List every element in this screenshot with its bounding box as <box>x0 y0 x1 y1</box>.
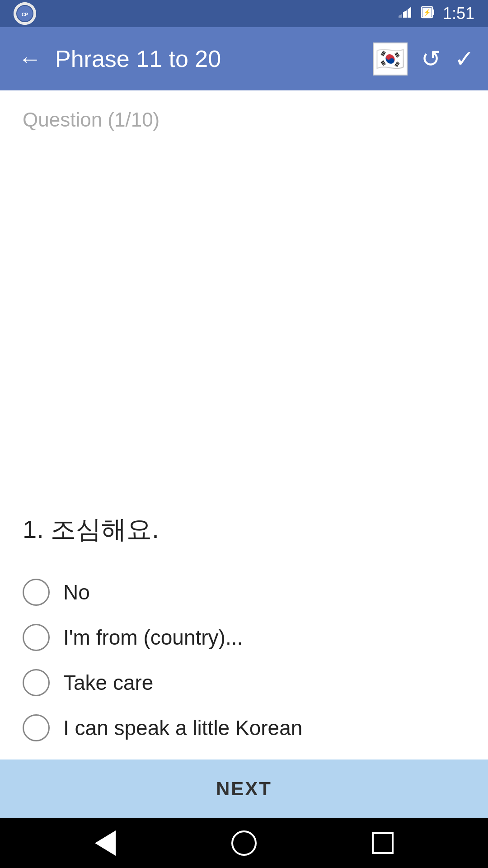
refresh-icon[interactable]: ↺ <box>421 45 441 72</box>
question-label: Question (1/10) <box>23 108 465 131</box>
svg-marker-2 <box>408 7 411 18</box>
time-display: 1:51 <box>443 4 474 23</box>
signal-icon <box>399 5 413 23</box>
option-item-1[interactable]: No <box>23 574 465 610</box>
option-item-3[interactable]: Take care <box>23 665 465 701</box>
phrase-korean: 조심해요. <box>51 515 159 543</box>
svg-rect-6 <box>432 9 434 15</box>
app-bar: ← Phrase 11 to 20 🇰🇷 ↺ ✓ <box>0 27 488 90</box>
check-icon[interactable]: ✓ <box>455 45 474 72</box>
nav-recents-icon <box>372 832 394 854</box>
next-button[interactable]: NEXT <box>0 760 488 818</box>
radio-option-3[interactable] <box>23 669 50 696</box>
option-label-2: I'm from (country)... <box>63 625 243 650</box>
nav-home-button[interactable] <box>226 825 262 861</box>
flag-icon[interactable]: 🇰🇷 <box>373 42 408 75</box>
main-content: Question (1/10) 1. 조심해요. No I'm from (co… <box>0 90 488 818</box>
phrase-text: 1. 조심해요. <box>23 513 465 547</box>
svg-marker-4 <box>399 14 402 18</box>
back-button[interactable]: ← <box>14 42 46 75</box>
nav-back-button[interactable] <box>87 825 123 861</box>
option-label-4: I can speak a little Korean <box>63 716 302 740</box>
option-label-3: Take care <box>63 670 153 695</box>
radio-option-2[interactable] <box>23 624 50 651</box>
option-label-1: No <box>63 580 90 604</box>
status-bar: CP ⚡ 1:51 <box>0 0 488 27</box>
svg-text:CP: CP <box>22 12 28 17</box>
radio-option-4[interactable] <box>23 714 50 741</box>
radio-option-1[interactable] <box>23 579 50 606</box>
svg-marker-3 <box>403 10 407 18</box>
nav-recents-button[interactable] <box>365 825 401 861</box>
bottom-nav <box>0 818 488 868</box>
app-bar-actions: 🇰🇷 ↺ ✓ <box>373 42 474 75</box>
app-bar-title: Phrase 11 to 20 <box>55 45 364 72</box>
nav-home-icon <box>231 830 257 856</box>
battery-icon: ⚡ <box>421 5 435 23</box>
nav-back-icon <box>95 830 116 856</box>
question-spacer <box>23 140 465 513</box>
option-item-4[interactable]: I can speak a little Korean <box>23 710 465 746</box>
phrase-number: 1. <box>23 515 44 543</box>
options-list: No I'm from (country)... Take care I can… <box>23 574 465 746</box>
svg-text:⚡: ⚡ <box>423 9 431 16</box>
status-icons: ⚡ 1:51 <box>399 4 474 23</box>
app-logo: CP <box>14 2 36 25</box>
option-item-2[interactable]: I'm from (country)... <box>23 619 465 656</box>
